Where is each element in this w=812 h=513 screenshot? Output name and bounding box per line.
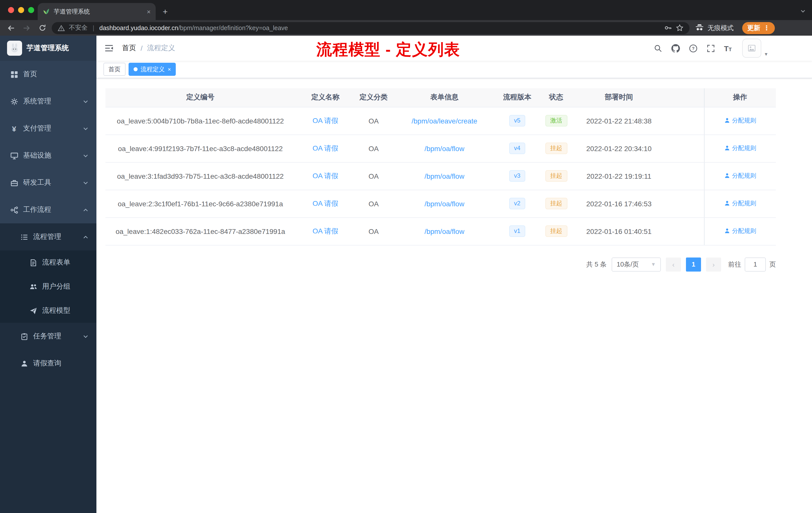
sidebar-item-system[interactable]: 系统管理 — [0, 88, 96, 115]
app-logo[interactable]: 芋道管理系统 — [0, 36, 96, 61]
close-window-button[interactable] — [8, 7, 14, 13]
sidebar-toggle-button[interactable] — [104, 43, 114, 53]
sidebar-item-devtools[interactable]: 研发工具 — [0, 169, 96, 196]
update-button[interactable]: 更新 ⋮ — [742, 22, 775, 34]
logo-image — [7, 41, 22, 56]
assign-rule-link[interactable]: 分配规则 — [724, 117, 756, 125]
page-content: 定义编号 定义名称 定义分类 表单信息 流程版本 状态 部署时间 操作 — [96, 78, 812, 513]
assign-rule-link[interactable]: 分配规则 — [724, 144, 756, 153]
address-bar[interactable]: 不安全 | dashboard.yudao.iocoder.cn/bpm/man… — [52, 22, 690, 34]
sidebar-item-process-form[interactable]: 流程表单 — [0, 250, 96, 275]
col-deploy-time: 部署时间 — [575, 88, 663, 107]
reload-icon[interactable] — [36, 22, 48, 34]
sidebar-item-label: 流程表单 — [42, 258, 96, 267]
form-link[interactable]: /bpm/oa/flow — [425, 227, 464, 235]
tab-close-icon[interactable]: × — [147, 8, 151, 15]
window-controls — [8, 7, 34, 13]
page-size-value: 10条/页 — [617, 260, 639, 269]
sidebar-item-infrastructure[interactable]: 基础设施 — [0, 142, 96, 169]
forward-icon[interactable] — [21, 22, 33, 34]
sidebar-item-process-management[interactable]: 流程管理 — [0, 223, 96, 250]
tag-close-icon[interactable]: × — [168, 66, 171, 72]
definition-name-link[interactable]: OA 请假 — [313, 227, 339, 235]
cell-definition-id: oa_leave:5:004b710b-7b8a-11ec-8ef0-acde4… — [106, 107, 295, 134]
next-page-button[interactable]: › — [706, 257, 721, 271]
definition-name-link[interactable]: OA 请假 — [313, 144, 339, 152]
sidebar-item-task-management[interactable]: 任务管理 — [0, 323, 96, 350]
sidebar-item-label: 研发工具 — [23, 178, 83, 187]
form-icon — [29, 259, 37, 267]
chevron-down-icon — [83, 153, 88, 158]
new-tab-button[interactable]: + — [163, 7, 168, 16]
sidebar-item-leave-query[interactable]: 请假查询 — [0, 350, 96, 377]
security-label[interactable]: 不安全 — [69, 24, 88, 32]
definition-name-link[interactable]: OA 请假 — [313, 116, 339, 124]
definition-name-link[interactable]: OA 请假 — [313, 172, 339, 179]
breadcrumb-home[interactable]: 首页 — [122, 44, 136, 53]
url-path: /bpm/manager/definition?key=oa_leave — [178, 24, 288, 31]
prev-page-button[interactable]: ‹ — [666, 257, 681, 271]
assign-rule-label: 分配规则 — [732, 172, 756, 180]
minimize-window-button[interactable] — [18, 7, 24, 13]
fullscreen-icon[interactable] — [706, 44, 716, 53]
password-key-icon[interactable] — [664, 24, 672, 32]
search-icon[interactable] — [654, 44, 663, 53]
svg-text:?: ? — [692, 46, 695, 51]
yen-icon: ¥ — [10, 124, 18, 132]
github-icon[interactable] — [671, 44, 680, 53]
sidebar-item-home[interactable]: 首页 — [0, 61, 96, 88]
page-number-button[interactable]: 1 — [686, 257, 701, 271]
goto-page-input[interactable] — [745, 257, 766, 271]
help-icon[interactable]: ? — [689, 44, 698, 53]
browser-menu-icon[interactable]: ⋮ — [763, 24, 770, 32]
tab-search-icon[interactable] — [800, 7, 806, 16]
version-badge: v4 — [509, 143, 525, 154]
font-size-icon[interactable]: TT — [724, 44, 732, 52]
sidebar-item-user-group[interactable]: 用户分组 — [0, 275, 96, 299]
form-link[interactable]: /bpm/oa/flow — [425, 172, 464, 180]
status-badge: 挂起 — [545, 225, 567, 237]
favicon — [43, 8, 50, 15]
monitor-icon — [10, 152, 18, 160]
sidebar-item-workflow[interactable]: 工作流程 — [0, 196, 96, 223]
tag-home[interactable]: 首页 — [104, 63, 125, 76]
user-icon — [724, 201, 730, 207]
definition-name-link[interactable]: OA 请假 — [313, 199, 339, 207]
tags-bar: 首页 流程定义 × — [96, 61, 812, 78]
url-text: dashboard.yudao.iocoder.cn/bpm/manager/d… — [99, 24, 288, 31]
sidebar-item-payment[interactable]: ¥ 支付管理 — [0, 115, 96, 142]
assign-rule-link[interactable]: 分配规则 — [724, 227, 756, 235]
form-link[interactable]: /bpm/oa/leave/create — [411, 117, 477, 125]
definition-table: 定义编号 定义名称 定义分类 表单信息 流程版本 状态 部署时间 操作 — [106, 88, 776, 245]
user-icon — [20, 359, 28, 367]
sidebar-item-process-model[interactable]: 流程模型 — [0, 299, 96, 323]
page-size-select[interactable]: 10条/页 ▼ — [612, 257, 661, 271]
cell-category: OA — [355, 134, 392, 162]
bookmark-star-icon[interactable] — [676, 24, 684, 32]
browser-toolbar: 不安全 | dashboard.yudao.iocoder.cn/bpm/man… — [0, 20, 812, 36]
sidebar-item-label: 流程管理 — [33, 233, 83, 241]
sidebar-item-label: 任务管理 — [33, 332, 83, 341]
form-link[interactable]: /bpm/oa/flow — [425, 200, 464, 208]
app-title: 芋道管理系统 — [27, 44, 69, 53]
user-icon — [724, 228, 730, 234]
avatar[interactable] — [742, 39, 761, 58]
cell-definition-id: oa_leave:1:482ec033-762a-11ec-8477-a2380… — [106, 217, 295, 245]
back-icon[interactable] — [5, 22, 17, 34]
browser-tabstrip: 芋道管理系统 × + — [0, 0, 812, 20]
sidebar-item-label: 请假查询 — [33, 359, 96, 368]
col-definition-name: 定义名称 — [295, 88, 355, 107]
assign-rule-link[interactable]: 分配规则 — [724, 199, 756, 208]
chevron-down-icon — [83, 334, 88, 339]
form-link[interactable]: /bpm/oa/flow — [425, 144, 464, 152]
browser-tab[interactable]: 芋道管理系统 × — [38, 3, 156, 20]
user-icon — [724, 173, 730, 179]
tag-process-definition[interactable]: 流程定义 × — [128, 63, 176, 76]
cell-deploy-time: 2022-01-22 19:19:11 — [575, 162, 663, 190]
maximize-window-button[interactable] — [28, 7, 34, 13]
assign-rule-link[interactable]: 分配规则 — [724, 172, 756, 180]
status-badge: 挂起 — [545, 143, 567, 154]
tag-label: 流程定义 — [141, 65, 165, 73]
sidebar-item-label: 支付管理 — [23, 124, 83, 133]
user-menu[interactable]: ▼ — [742, 39, 768, 58]
